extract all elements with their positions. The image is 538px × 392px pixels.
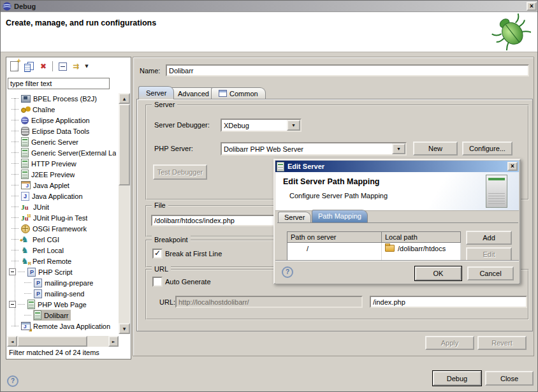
scroll-down-icon[interactable]: ▼ [119, 323, 130, 334]
new-server-button[interactable]: New [413, 142, 458, 156]
tree-item[interactable]: Perl Remote [7, 256, 118, 266]
server-icon [21, 170, 29, 179]
tree-item[interactable]: JUnit [7, 201, 118, 212]
server-group-legend: Server [152, 101, 177, 109]
tree-connector [11, 196, 18, 196]
column-header[interactable]: Local path [382, 232, 461, 243]
toolbar-separator [52, 61, 53, 71]
filter-input[interactable] [8, 78, 110, 89]
close-icon[interactable]: × [527, 2, 537, 11]
server-icon [21, 148, 29, 157]
tree-item[interactable]: Generic Server(External La [7, 147, 118, 158]
php-server-select[interactable]: Dolibarr PHP Web Server [221, 142, 407, 156]
test-debugger-button[interactable]: Test Debugger [153, 164, 207, 180]
tree-item[interactable]: HTTP Preview [7, 158, 118, 169]
collapse-all-icon[interactable] [59, 62, 67, 71]
remote-java-icon [21, 322, 31, 330]
apply-button[interactable]: Apply [425, 336, 474, 350]
tab-advanced[interactable]: Advanced [170, 87, 217, 99]
new-config-icon[interactable] [10, 61, 18, 71]
tree-item[interactable]: mailing-send [7, 288, 118, 299]
tree-item[interactable]: Remote Java Application [7, 321, 118, 331]
server-icon [21, 137, 29, 147]
tree-item[interactable]: Perl Local [7, 245, 118, 256]
php-icon [34, 289, 42, 298]
tree-connector [11, 163, 18, 164]
tree-connector [11, 152, 18, 153]
tree-connector [11, 239, 18, 240]
tree-item[interactable]: JUnit Plug-in Test [7, 212, 118, 223]
delete-config-icon[interactable] [40, 62, 47, 71]
collapse-toggle-icon[interactable] [9, 301, 16, 308]
name-label: Name: [140, 67, 160, 75]
config-name-input[interactable] [166, 64, 529, 76]
scroll-right-icon[interactable]: ► [108, 336, 119, 347]
launch-config-sidebar: BPEL Process (B2J) Chaîne Eclipse Applic… [6, 57, 131, 359]
table-row[interactable]: / /dolibarr/htdocs [287, 243, 461, 254]
filter-configs-icon[interactable] [73, 62, 79, 71]
tree-item[interactable]: Generic Server [7, 136, 118, 147]
close-icon[interactable]: × [507, 162, 518, 171]
tree-item[interactable]: Java Applet [7, 180, 118, 191]
help-icon[interactable] [7, 375, 18, 387]
breakpoint-group-legend: Breakpoint [152, 236, 191, 244]
scroll-up-icon[interactable]: ▲ [119, 93, 130, 104]
tree-item[interactable]: J2EE Preview [7, 169, 118, 180]
tree-item[interactable]: PHP Script [7, 266, 118, 277]
tree-horizontal-scrollbar[interactable]: ◄ ► [7, 336, 119, 347]
tree-connector [11, 174, 18, 175]
revert-button[interactable]: Revert [477, 336, 527, 350]
window-titlebar: Debug × [1, 1, 538, 12]
tree-connector [24, 282, 31, 283]
tree-connector [11, 250, 18, 250]
tree-item[interactable]: Perl CGI [7, 234, 118, 245]
perl-remote-icon [21, 257, 30, 265]
scrollbar-thumb[interactable] [119, 104, 130, 185]
auto-generate-checkbox[interactable] [152, 277, 163, 287]
tree-connector [11, 142, 18, 142]
tree-item[interactable]: BPEL Process (B2J) [7, 93, 118, 104]
add-mapping-button[interactable]: Add [466, 231, 512, 245]
tab-server[interactable]: Server [278, 212, 311, 222]
eclipse-logo-icon [3, 2, 11, 11]
folder-icon [385, 245, 395, 252]
chevron-down-icon[interactable] [287, 120, 300, 131]
tree-item[interactable]: Eclipse Application [7, 115, 118, 126]
debug-button[interactable]: Debug [433, 371, 481, 386]
tab-server[interactable]: Server [138, 86, 174, 99]
server-debugger-select[interactable]: XDebug [221, 119, 302, 132]
menu-dropdown-icon[interactable] [85, 63, 88, 69]
tab-common[interactable]: Common [211, 87, 266, 99]
duplicate-config-icon[interactable] [24, 62, 34, 71]
scrollbar-thumb[interactable] [17, 336, 87, 347]
help-icon[interactable] [282, 266, 293, 278]
ok-button[interactable]: OK [415, 266, 462, 280]
tree-vertical-scrollbar[interactable]: ▲ ▼ [119, 93, 130, 334]
edit-mapping-button[interactable]: Edit [466, 247, 512, 261]
tree-item[interactable]: OSGi Framework [7, 223, 118, 234]
tree-connector [11, 228, 18, 229]
path-mapping-table: Path on server Local path / /dolibarr/ht… [287, 231, 461, 261]
tree-item[interactable]: PHP Web Page [7, 299, 118, 310]
tree-item[interactable]: Chaîne [7, 104, 118, 115]
chevron-down-icon[interactable] [392, 143, 405, 154]
dialog-subheading: Configure Server Path Mapping [289, 192, 388, 200]
tree-item-selected[interactable]: Dolibarr [7, 310, 118, 321]
url-path-input[interactable] [370, 296, 527, 308]
scroll-left-icon[interactable]: ◄ [7, 336, 17, 347]
tree-item[interactable]: Java Application [7, 191, 118, 201]
column-header[interactable]: Path on server [287, 232, 382, 243]
collapse-toggle-icon[interactable] [9, 268, 16, 275]
close-button[interactable]: Close [485, 371, 534, 386]
configure-server-button[interactable]: Configure... [462, 142, 513, 156]
cancel-button[interactable]: Cancel [467, 266, 514, 280]
server-debugger-label: Server Debugger: [154, 121, 210, 129]
break-first-line-checkbox[interactable] [152, 249, 163, 259]
tree-item[interactable]: Eclipse Data Tools [7, 126, 118, 136]
tab-path-mapping[interactable]: Path Mapping [312, 210, 368, 222]
debug-bug-icon [491, 13, 531, 50]
tree-connector [11, 131, 18, 131]
tree-item[interactable]: mailing-prepare [7, 277, 118, 288]
eclipse-sphere-icon [21, 117, 29, 124]
server-icon [277, 162, 284, 171]
